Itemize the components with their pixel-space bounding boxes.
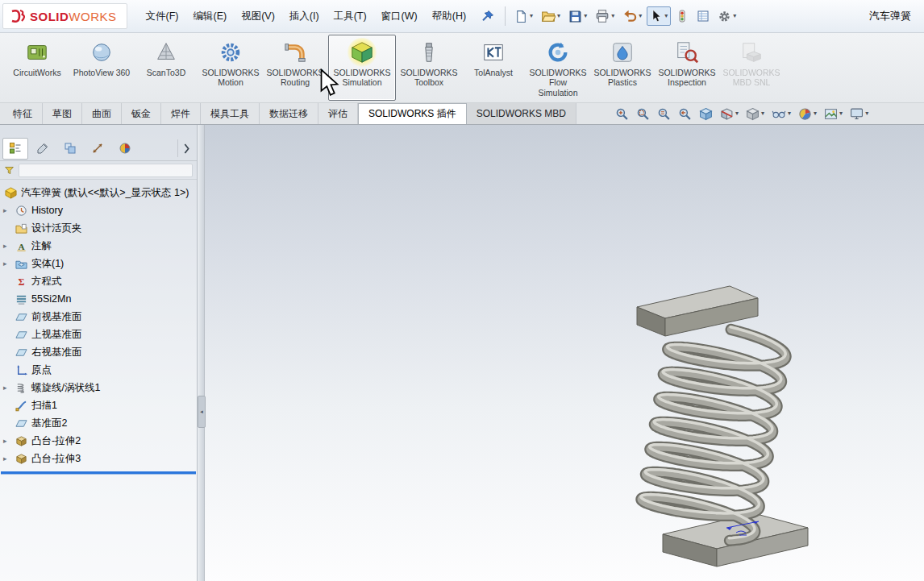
chevron-down-icon[interactable]: ▾ — [611, 13, 614, 19]
chevron-down-icon[interactable]: ▾ — [733, 13, 736, 19]
section-view-button[interactable]: ▾ — [718, 106, 740, 122]
command-tab-9[interactable]: SOLIDWORKS MBD — [467, 103, 576, 124]
filter-input[interactable] — [19, 164, 193, 177]
apply-scene-button[interactable]: ▾ — [822, 106, 844, 122]
splitter-handle-icon[interactable]: ◂ — [198, 396, 206, 428]
propertymanager-tab[interactable] — [30, 138, 56, 160]
tree-item-11[interactable]: ▸螺旋线/涡状线1 — [0, 379, 197, 396]
chevron-down-icon[interactable]: ▾ — [664, 13, 668, 19]
dimxpertmanager-tab[interactable] — [85, 138, 110, 160]
menu-item-5[interactable]: 窗口(W) — [374, 6, 425, 27]
new-file-button[interactable]: ▾ — [511, 6, 536, 27]
zoom-in-out-button[interactable] — [656, 106, 672, 122]
open-file-button[interactable]: ▾ — [538, 6, 564, 27]
command-tab-2[interactable]: 曲面 — [82, 103, 122, 124]
tree-item-7[interactable]: 前视基准面 — [0, 308, 197, 326]
addin-button-2[interactable]: ScanTo3D — [135, 35, 198, 101]
chevron-down-icon[interactable]: ▾ — [557, 13, 560, 19]
panel-splitter[interactable]: ◂ — [198, 125, 205, 581]
chevron-down-icon[interactable]: ▾ — [761, 110, 764, 117]
chevron-down-icon[interactable]: ▾ — [530, 13, 533, 19]
command-tab-7[interactable]: 评估 — [318, 103, 358, 124]
menu-item-4[interactable]: 工具(T) — [327, 6, 374, 27]
addin-button-0[interactable]: CircuitWorks — [6, 35, 69, 101]
tree-item-14[interactable]: ▸凸台-拉伸2 — [0, 432, 197, 450]
file-properties-button[interactable] — [693, 6, 713, 26]
edit-appearance-button[interactable]: ▾ — [797, 106, 818, 122]
featuremanager-tree-tab[interactable] — [2, 138, 28, 160]
undo-button[interactable]: ▾ — [619, 6, 645, 27]
expand-arrow-icon[interactable]: ▸ — [3, 260, 14, 268]
spring-coil[interactable] — [636, 317, 789, 545]
command-tab-4[interactable]: 焊件 — [161, 103, 201, 124]
section-view-icon — [720, 107, 734, 121]
zoom-area-button[interactable] — [635, 106, 651, 122]
command-tab-1[interactable]: 草图 — [43, 103, 82, 124]
tree-item-13[interactable]: 基准面2 — [0, 414, 197, 432]
expand-arrow-icon[interactable]: ▸ — [3, 243, 14, 250]
expand-arrow-icon[interactable]: ▸ — [3, 438, 14, 445]
display-style-button[interactable]: ▾ — [744, 106, 766, 122]
menu-item-1[interactable]: 编辑(E) — [185, 6, 234, 27]
command-tab-0[interactable]: 特征 — [3, 103, 43, 124]
tree-item-10[interactable]: 原点 — [0, 361, 197, 379]
previous-view-button[interactable] — [676, 106, 693, 122]
tree-item-0[interactable]: 汽车弹簧 (默认<<默认>_显示状态 1>) — [0, 184, 197, 201]
options-gear-button[interactable]: ▾ — [714, 6, 739, 27]
command-tab-5[interactable]: 模具工具 — [201, 103, 260, 124]
graphics-viewport[interactable] — [203, 125, 924, 581]
tree-item-2[interactable]: 设计活页夹 — [0, 219, 197, 237]
tree-item-15[interactable]: ▸凸台-拉伸3 — [0, 450, 197, 467]
command-tab-8[interactable]: SOLIDWORKS 插件 — [358, 103, 467, 124]
tree-item-6[interactable]: 55Si2Mn — [0, 290, 197, 308]
tree-item-1[interactable]: ▸History — [0, 201, 197, 219]
command-tab-3[interactable]: 钣金 — [122, 103, 161, 124]
tree-item-12[interactable]: 扫描1 — [0, 396, 197, 414]
addin-button-9[interactable]: SOLIDWORKS Plastics — [591, 35, 654, 101]
hide-show-items-button[interactable]: ▾ — [770, 106, 793, 122]
addin-button-6[interactable]: SOLIDWORKS Toolbox — [397, 35, 460, 101]
configurationmanager-tab[interactable] — [57, 138, 83, 160]
addin-button-4[interactable]: SOLIDWORKS Routing — [264, 35, 327, 101]
view-settings-icon — [850, 107, 864, 121]
tree-item-3[interactable]: ▸A注解 — [0, 237, 197, 255]
command-tab-6[interactable]: 数据迁移 — [260, 103, 318, 124]
chevron-down-icon[interactable]: ▾ — [814, 110, 817, 117]
addin-button-3[interactable]: SOLIDWORKS Motion — [199, 35, 262, 101]
menu-item-0[interactable]: 文件(F) — [139, 6, 186, 27]
filter-funnel-icon[interactable] — [4, 165, 15, 176]
tree-item-5[interactable]: Σ方程式 — [0, 272, 197, 290]
panel-flyout-arrow-icon[interactable] — [177, 139, 194, 157]
chevron-down-icon[interactable]: ▾ — [584, 13, 587, 19]
addin-button-1[interactable]: PhotoView 360 — [70, 35, 133, 101]
displaymanager-tab[interactable] — [112, 138, 138, 160]
tree-item-4[interactable]: ▸实体(1) — [0, 255, 197, 272]
save-button[interactable]: ▾ — [565, 6, 590, 27]
tree-item-9[interactable]: 右视基准面 — [0, 343, 197, 361]
expand-arrow-icon[interactable]: ▸ — [3, 207, 14, 214]
chevron-down-icon[interactable]: ▾ — [735, 110, 739, 117]
view-settings-button[interactable]: ▾ — [848, 106, 870, 122]
menu-item-2[interactable]: 视图(V) — [234, 6, 282, 27]
chevron-down-icon[interactable]: ▾ — [839, 110, 843, 117]
previous-view-icon — [678, 107, 692, 121]
rollback-bar[interactable] — [1, 471, 196, 474]
addin-button-8[interactable]: SOLIDWORKS Flow Simulation — [527, 35, 589, 101]
view-orientation-button[interactable] — [697, 106, 714, 122]
chevron-down-icon[interactable]: ▾ — [788, 110, 791, 117]
zoom-fit-button[interactable] — [614, 106, 631, 122]
select-arrow-button[interactable]: ▾ — [647, 6, 671, 26]
expand-arrow-icon[interactable]: ▸ — [3, 384, 14, 392]
tree-item-8[interactable]: 上视基准面 — [0, 326, 197, 343]
addin-button-10[interactable]: SOLIDWORKS Inspection — [656, 35, 718, 101]
menu-item-6[interactable]: 帮助(H) — [425, 6, 473, 27]
chevron-down-icon[interactable]: ▾ — [639, 13, 642, 19]
pin-icon[interactable] — [481, 10, 494, 23]
print-button[interactable]: ▾ — [592, 6, 618, 27]
menu-item-3[interactable]: 插入(I) — [282, 6, 327, 27]
chevron-down-icon[interactable]: ▾ — [865, 110, 868, 117]
addin-button-7[interactable]: TolAnalyst — [462, 35, 525, 101]
expand-arrow-icon[interactable]: ▸ — [3, 455, 14, 463]
rebuild-button[interactable] — [672, 6, 692, 26]
addin-button-11[interactable]: SOLIDWORKS MBD SNL — [720, 35, 783, 101]
